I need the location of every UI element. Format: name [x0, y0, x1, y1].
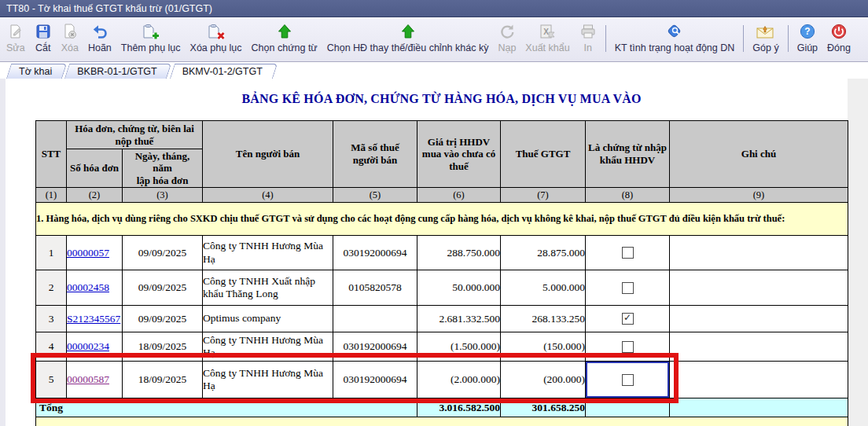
toolbar-nap-button: Nạp — [493, 20, 520, 54]
stt-cell: 4 — [36, 332, 67, 362]
invoice-date-cell: 18/09/2025 — [123, 332, 203, 362]
svg-text:X: X — [544, 28, 550, 36]
col-number: (7) — [501, 188, 586, 203]
right-margin — [848, 79, 868, 426]
col-header-import: Là chứng từ nhập khẩu HHDV — [586, 121, 670, 188]
toolbar-in-button: In — [575, 20, 601, 54]
import-check-cell — [586, 332, 670, 362]
col-header-invoice-no: Số hóa đơn — [67, 149, 123, 188]
import-checkbox[interactable] — [622, 374, 634, 386]
toolbar-gop-y-button[interactable]: Góp ý — [748, 20, 783, 54]
toolbar-label: Chọn chứng từ — [252, 42, 318, 53]
status-check-magnifier-icon — [666, 21, 683, 42]
table-row: 2 00002458 09/09/2025 Công ty TNHH Xuất … — [36, 270, 848, 306]
purchase-invoice-table: STT Hóa đơn, chứng từ, biên lai nộp thuế… — [35, 120, 848, 426]
import-checkbox[interactable]: ✓ — [622, 313, 634, 325]
tax-code-cell: 030192000694 — [333, 236, 417, 270]
col-header-seller: Tên người bán — [203, 121, 333, 188]
import-checkbox[interactable] — [622, 341, 634, 353]
toolbar-dong-button[interactable]: Đóng — [822, 20, 855, 54]
left-margin — [0, 79, 6, 426]
col-number: (6) — [417, 188, 501, 203]
import-checkbox[interactable] — [622, 282, 634, 294]
tax-code-cell: 0105820578 — [333, 270, 417, 306]
toolbar-label: KT tình trạng hoạt động DN — [615, 42, 735, 53]
toolbar-hoan-button[interactable]: Hoãn — [83, 20, 116, 54]
tab-to-khai[interactable]: Tờ khai — [6, 64, 62, 79]
toolbar-label: In — [583, 42, 591, 53]
seller-cell: Công ty TNHH Xuất nhập khẩu Thăng Long — [203, 270, 333, 306]
invoice-date-cell: 09/09/2025 — [123, 270, 203, 306]
window-title-bar: TT80 - Tờ khai thuế GTGT khấu trừ (01/GT… — [0, 0, 868, 17]
toolbar-label: Xóa — [61, 42, 79, 53]
vat-cell: 28.875.000 — [501, 236, 586, 270]
section-1-header: 1. Hàng hóa, dịch vụ dùng riêng cho SXKD… — [36, 203, 848, 236]
toolbar-separator — [788, 25, 789, 52]
refresh-icon — [498, 21, 516, 42]
invoice-no-cell: 00000057 — [67, 236, 123, 270]
green-up-arrow-icon — [399, 21, 417, 42]
col-number: (4) — [203, 188, 333, 203]
invoice-link[interactable]: S212345567 — [67, 313, 120, 325]
table-row: 3 S212345567 09/09/2025 Optimus company … — [36, 306, 848, 332]
stt-cell: 2 — [36, 270, 67, 306]
value-cell: 288.750.000 — [417, 236, 501, 270]
value-cell: 2.681.332.500 — [417, 306, 501, 332]
undo-arrow-icon — [90, 21, 109, 42]
seller-cell: Optimus company — [203, 306, 333, 332]
toolbar-them-phu-luc-button[interactable]: Thêm phụ lục — [116, 20, 186, 54]
note-cell — [670, 270, 848, 306]
tax-code-cell: 030192000694 — [333, 362, 417, 398]
note-cell — [670, 236, 848, 270]
total-row: Tổng 3.016.582.500 301.658.250 — [36, 398, 848, 417]
value-cell: 50.000.000 — [417, 270, 501, 306]
vat-cell: 5.000.000 — [501, 270, 586, 306]
toolbar-chon-hd-thay-the-button[interactable]: Chọn HĐ thay thế/điều chỉnh khác kỳ — [322, 20, 494, 54]
invoice-link[interactable]: 00000234 — [67, 340, 109, 352]
col-number: (1) — [36, 188, 67, 203]
import-check-cell — [586, 270, 670, 306]
toolbar-label: Xuất khẩu — [525, 42, 569, 53]
toolbar-label: Xóa phụ lục — [190, 42, 242, 53]
col-number: (2) — [67, 188, 123, 203]
col-number: (3) — [123, 188, 203, 203]
window-title: TT80 - Tờ khai thuế GTGT khấu trừ (01/GT… — [6, 3, 212, 14]
invoice-date-cell: 09/09/2025 — [123, 236, 203, 270]
vat-cell: (200.000) — [501, 362, 586, 398]
toolbar-separator — [605, 25, 606, 52]
tab-strip: Tờ khai BKBR-01-1/GTGT BKMV-01-2/GTGT — [6, 64, 275, 79]
remove-appendix-icon — [206, 21, 226, 42]
toolbar-label: Chọn HĐ thay thế/điều chỉnh khác kỳ — [327, 42, 489, 53]
toolbar-cat-button[interactable]: Cắt — [30, 20, 57, 54]
invoice-link[interactable]: 00002458 — [67, 281, 109, 293]
toolbar-giup-button[interactable]: ? Giúp — [793, 20, 822, 54]
stt-cell: 3 — [36, 306, 67, 332]
invoice-link[interactable]: 00000057 — [67, 247, 109, 259]
tab-bkmv-01-2[interactable]: BKMV-01-2/GTGT — [170, 64, 273, 79]
green-up-arrow-icon — [276, 21, 293, 42]
toolbar-label: Đóng — [827, 42, 851, 53]
invoice-link[interactable]: 00000587 — [67, 373, 109, 385]
import-check-cell — [586, 236, 670, 270]
total-empty-cell — [670, 398, 848, 417]
tab-bkbr-01-1[interactable]: BKBR-01-1/GTGT — [64, 64, 167, 79]
toolbar-kt-tinh-trang-button[interactable]: KT tình trạng hoạt động DN — [610, 20, 740, 54]
invoice-no-cell: 00000587 — [67, 362, 123, 398]
seller-cell: Công ty TNHH Hương Mùa Hạ — [203, 362, 333, 398]
toolbar-xoa-phu-luc-button[interactable]: Xóa phụ lục — [186, 20, 247, 54]
toolbar-sua-button: Sửa — [2, 20, 30, 54]
note-cell — [670, 362, 848, 398]
col-header-invoice-date: Ngày, tháng, năm lập hóa đơn — [123, 149, 203, 188]
import-checkbox[interactable] — [622, 247, 634, 259]
svg-text:?: ? — [804, 26, 810, 37]
toolbar-label: Giúp — [797, 42, 818, 53]
invoice-date-cell: 09/09/2025 — [123, 306, 203, 332]
section-2-header: 2. Hàng hóa, dịch vụ dùng chung cho SXKD… — [36, 417, 848, 426]
stt-cell: 1 — [36, 236, 67, 270]
total-empty-cell — [586, 398, 670, 417]
floppy-disk-icon — [35, 21, 52, 42]
col-number: (5) — [333, 188, 417, 203]
total-label: Tổng — [36, 398, 417, 417]
import-check-cell-focused — [586, 362, 670, 398]
toolbar-chon-chung-tu-button[interactable]: Chọn chứng từ — [247, 20, 322, 54]
